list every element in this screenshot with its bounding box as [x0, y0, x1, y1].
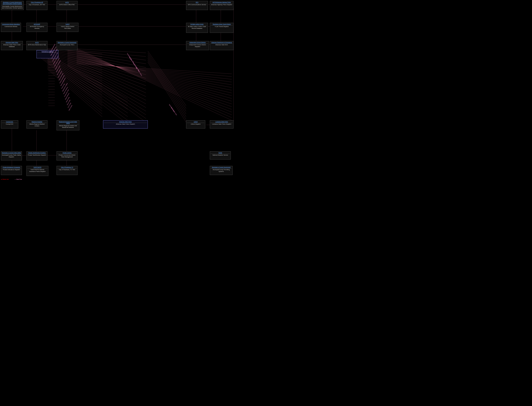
- svg-line-46: [37, 52, 128, 113]
- svg-line-119: [77, 58, 232, 93]
- node-municipal-maintenance: Municipal or County Maintenance and Cons…: [1, 1, 24, 10]
- svg-line-22: [67, 48, 146, 53]
- svg-line-111: [77, 50, 232, 115]
- node-county-eoc: County EOC County EOC: [1, 120, 18, 129]
- svg-line-114: [77, 53, 232, 107]
- node-arkansas-highway-police: AHTD/Arkansas Highway Police Arkansas Hi…: [210, 1, 234, 10]
- svg-line-23: [67, 49, 146, 57]
- node-regional-emergency: Regional Emergency and Public Safety Atl…: [57, 120, 79, 130]
- svg-line-117: [77, 56, 232, 98]
- svg-line-25: [67, 51, 146, 64]
- legend-item-2: — Data Flow: [15, 179, 22, 180]
- svg-line-70: [47, 66, 102, 109]
- svg-line-76: [148, 55, 186, 111]
- svg-line-44: [37, 50, 128, 106]
- svg-line-73: [47, 69, 102, 117]
- node-louisiana-police: Louisiana State Police Louisiana State P…: [210, 120, 234, 129]
- svg-line-47: [37, 53, 128, 117]
- svg-line-109: [77, 48, 232, 120]
- svg-line-24: [67, 50, 146, 60]
- svg-line-31: [67, 57, 146, 86]
- svg-line-30: [67, 56, 146, 82]
- node-ahtd-maintenance: AHTD AHTD Area Maintenance HQs: [26, 41, 47, 50]
- node-arkansas-state-police-db: Arkansas State Police Arkansas State Pol…: [1, 41, 23, 50]
- svg-line-65: [47, 62, 102, 95]
- svg-line-124: [77, 62, 232, 79]
- node-municipal-county-tmcs: Municipal or County Government Municipal…: [57, 41, 78, 50]
- node-bistate-justice: Bi-State Justice Center Bi-State Justice…: [186, 23, 208, 33]
- svg-line-77: [148, 57, 186, 114]
- connection-label-r7: Patrol Location: [138, 69, 142, 76]
- svg-line-122: [77, 60, 232, 85]
- node-arkansas-eoc: Arkansas Department of Emergency Arkansa…: [210, 41, 234, 50]
- diagram-container: Municipal or County Maintenance and Cons…: [0, 0, 532, 406]
- connections-svg: [0, 0, 532, 406]
- svg-line-80: [148, 62, 186, 122]
- svg-line-39: [67, 64, 146, 115]
- node-texarkana-tx: City of Texarkana, TX City of Texarkana,…: [57, 166, 78, 175]
- node-transit-dispatch: Texarkana Urban Transit District T-Line …: [210, 23, 234, 33]
- svg-line-115: [77, 54, 232, 104]
- svg-line-45: [37, 51, 128, 109]
- node-arkansas-state-police-dispatch: Arkansas State Police Arkansas State Pol…: [103, 120, 148, 129]
- svg-line-72: [47, 68, 102, 114]
- svg-line-118: [77, 57, 232, 96]
- svg-line-79: [148, 60, 186, 119]
- svg-line-27: [67, 53, 146, 71]
- connection-label-rr3: Incident Clear: [172, 109, 177, 116]
- node-tow-wrecker: Private Tow/Wrecker Providers Private To…: [26, 151, 47, 160]
- svg-line-38: [67, 63, 146, 111]
- svg-line-35: [67, 60, 146, 100]
- svg-line-75: [148, 53, 186, 109]
- node-private-carriers: Private Carriers Private Commercial Vehi…: [57, 151, 78, 160]
- node-txdot: TxDOT TxDOT Atlanta District TMC/Office: [57, 23, 78, 32]
- svg-line-112: [77, 51, 232, 112]
- svg-line-78: [148, 58, 186, 117]
- svg-line-74: [148, 51, 186, 106]
- svg-line-68: [47, 65, 102, 103]
- node-dps: DPS DPS Communications Service: [186, 1, 208, 10]
- svg-line-116: [77, 55, 232, 101]
- svg-line-113: [77, 52, 232, 109]
- legend-item: ● Critical Link: [1, 179, 8, 180]
- node-ahtd-district: AHTD AHTD District Office/TMC: [57, 1, 78, 10]
- svg-line-61: [47, 58, 102, 84]
- node-school-districts: Independent School Districts Independent…: [186, 41, 209, 50]
- svg-line-37: [67, 62, 146, 108]
- svg-line-120: [77, 58, 232, 90]
- svg-line-110: [77, 49, 232, 118]
- node-noaa: NOAA National Weather Service: [210, 151, 231, 160]
- svg-line-49: [37, 55, 128, 124]
- node-lifenet: Lifenet Lifenet Dispatch: [186, 120, 205, 129]
- svg-line-126: [77, 64, 232, 74]
- node-public-safety: Municipal or County Public Safety Munici…: [1, 151, 22, 160]
- node-regional-hospitals: Regional Hospitals Atlanta Regional Medi…: [26, 120, 47, 129]
- node-permitting: Municipal or County Government Municipal…: [210, 166, 233, 175]
- node-ahtd-asp: AHTD/ASP AHTD/ASP Emergency Vehicles: [26, 23, 47, 32]
- svg-line-48: [37, 54, 128, 120]
- svg-line-64: [47, 61, 102, 92]
- svg-line-123: [77, 61, 232, 82]
- node-commercial-vehicle: Commercial Vehicle Operations Commercial…: [1, 23, 21, 32]
- svg-line-32: [67, 58, 146, 89]
- svg-line-125: [77, 63, 232, 77]
- node-texarkana-ar: City of Texarkana, AR City of Texarkana,…: [26, 1, 47, 10]
- svg-line-41: [67, 66, 146, 122]
- svg-line-121: [77, 59, 232, 87]
- svg-line-40: [67, 65, 146, 118]
- node-ambulance: Private Ambulance Companies Private Ambu…: [1, 166, 22, 175]
- svg-line-71: [47, 67, 102, 111]
- node-txdot-ahtd-patrol: TxDOT/AHTD TxDOT/AHTD Motorist Assistanc…: [26, 166, 48, 176]
- svg-line-36: [67, 61, 146, 104]
- svg-line-29: [67, 55, 146, 78]
